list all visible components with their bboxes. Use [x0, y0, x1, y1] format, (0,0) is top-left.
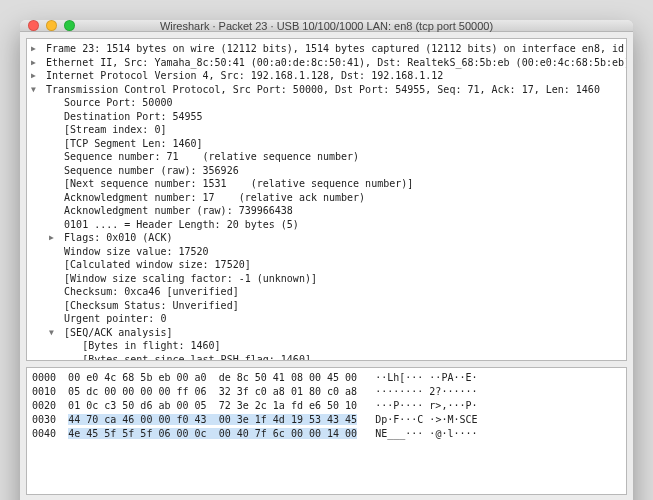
- window-controls: [28, 20, 75, 31]
- tree-row[interactable]: [Stream index: 0]: [31, 123, 622, 137]
- zoom-icon[interactable]: [64, 20, 75, 31]
- hex-row[interactable]: 0040 4e 45 5f 5f 5f 06 00 0c 00 40 7f 6c…: [32, 427, 621, 441]
- tree-row[interactable]: Acknowledgment number: 17 (relative ack …: [31, 191, 622, 205]
- hex-view[interactable]: 0000 00 e0 4c 68 5b eb 00 a0 de 8c 50 41…: [26, 367, 627, 494]
- tree-row[interactable]: [Bytes sent since last PSH flag: 1460]: [31, 353, 622, 362]
- hex-row[interactable]: 0020 01 0c c3 50 d6 ab 00 05 72 3e 2c 1a…: [32, 399, 621, 413]
- tree-row[interactable]: Source Port: 50000: [31, 96, 622, 110]
- tree-row[interactable]: Checksum: 0xca46 [unverified]: [31, 285, 622, 299]
- content: ▶ Frame 23: 1514 bytes on wire (12112 bi…: [20, 32, 633, 500]
- packet-dialog: Wireshark · Packet 23 · USB 10/100/1000 …: [20, 20, 633, 500]
- close-icon[interactable]: [28, 20, 39, 31]
- tree-spacer: [49, 260, 58, 271]
- disclosure-open-icon[interactable]: ▼: [31, 85, 40, 96]
- tree-row[interactable]: [Calculated window size: 17520]: [31, 258, 622, 272]
- tree-row[interactable]: Urgent pointer: 0: [31, 312, 622, 326]
- disclosure-closed-icon[interactable]: ▶: [49, 233, 58, 244]
- hex-row[interactable]: 0030 44 70 ca 46 00 00 f0 43 00 3e 1f 4d…: [32, 413, 621, 427]
- packet-tree[interactable]: ▶ Frame 23: 1514 bytes on wire (12112 bi…: [26, 38, 627, 361]
- tree-row[interactable]: ▼ Transmission Control Protocol, Src Por…: [31, 83, 622, 97]
- tree-row[interactable]: [Next sequence number: 1531 (relative se…: [31, 177, 622, 191]
- disclosure-closed-icon[interactable]: ▶: [31, 44, 40, 55]
- tree-spacer: [49, 247, 58, 258]
- hex-row[interactable]: 0000 00 e0 4c 68 5b eb 00 a0 de 8c 50 41…: [32, 371, 621, 385]
- tree-spacer: [49, 125, 58, 136]
- tree-spacer: [49, 314, 58, 325]
- minimize-icon[interactable]: [46, 20, 57, 31]
- tree-spacer: [49, 274, 58, 285]
- tree-spacer: [67, 341, 76, 352]
- disclosure-open-icon[interactable]: ▼: [49, 328, 58, 339]
- tree-spacer: [49, 152, 58, 163]
- tree-row[interactable]: [Window size scaling factor: -1 (unknown…: [31, 272, 622, 286]
- tree-row[interactable]: ▶ Ethernet II, Src: Yamaha_8c:50:41 (00:…: [31, 56, 622, 70]
- tree-row[interactable]: ▶ Frame 23: 1514 bytes on wire (12112 bi…: [31, 42, 622, 56]
- tree-spacer: [49, 287, 58, 298]
- tree-spacer: [49, 301, 58, 312]
- tree-row[interactable]: ▼ [SEQ/ACK analysis]: [31, 326, 622, 340]
- tree-row[interactable]: 0101 .... = Header Length: 20 bytes (5): [31, 218, 622, 232]
- tree-spacer: [49, 98, 58, 109]
- tree-spacer: [49, 179, 58, 190]
- tree-spacer: [49, 220, 58, 231]
- tree-spacer: [49, 193, 58, 204]
- tree-row[interactable]: Window size value: 17520: [31, 245, 622, 259]
- tree-row[interactable]: Sequence number: 71 (relative sequence n…: [31, 150, 622, 164]
- disclosure-closed-icon[interactable]: ▶: [31, 71, 40, 82]
- tree-row[interactable]: ▶ Internet Protocol Version 4, Src: 192.…: [31, 69, 622, 83]
- disclosure-closed-icon[interactable]: ▶: [31, 58, 40, 69]
- tree-spacer: [49, 139, 58, 150]
- window-title: Wireshark · Packet 23 · USB 10/100/1000 …: [20, 20, 633, 32]
- tree-row[interactable]: Sequence number (raw): 356926: [31, 164, 622, 178]
- tree-spacer: [49, 166, 58, 177]
- tree-row[interactable]: ▶ Flags: 0x010 (ACK): [31, 231, 622, 245]
- tree-spacer: [49, 206, 58, 217]
- hex-row[interactable]: 0010 05 dc 00 00 00 00 ff 06 32 3f c0 a8…: [32, 385, 621, 399]
- tree-spacer: [49, 112, 58, 123]
- tree-row[interactable]: [Checksum Status: Unverified]: [31, 299, 622, 313]
- tree-row[interactable]: Destination Port: 54955: [31, 110, 622, 124]
- tree-row[interactable]: [Bytes in flight: 1460]: [31, 339, 622, 353]
- tree-row[interactable]: [TCP Segment Len: 1460]: [31, 137, 622, 151]
- titlebar[interactable]: Wireshark · Packet 23 · USB 10/100/1000 …: [20, 20, 633, 32]
- tree-spacer: [67, 355, 76, 362]
- tree-row[interactable]: Acknowledgment number (raw): 739966438: [31, 204, 622, 218]
